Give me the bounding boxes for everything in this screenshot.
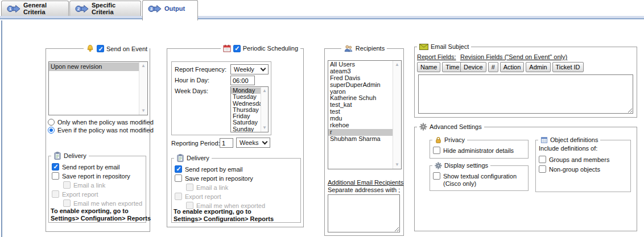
delivery-option-row[interactable]: Export report xyxy=(52,190,142,198)
recipient-item[interactable]: superDuperAdmin xyxy=(328,82,393,89)
scroll-down-icon[interactable]: ▼ xyxy=(262,126,267,130)
recipient-item[interactable]: test xyxy=(328,109,393,115)
week-day-item[interactable]: Sunday xyxy=(231,126,261,132)
checkbox-label: Save report in repository xyxy=(62,173,130,180)
scroll-up-icon[interactable]: ▲ xyxy=(141,64,146,68)
object-definition-option-row[interactable]: Groups and members xyxy=(539,156,609,163)
week-days-listbox[interactable]: MondayTuesdayWednesdayThursdayFridaySatu… xyxy=(230,86,269,132)
week-days-scrollbar[interactable]: ▲ ▼ xyxy=(261,87,268,132)
radio-button[interactable] xyxy=(48,119,55,126)
email-subject-textarea[interactable] xyxy=(418,74,633,114)
send-on-event-title: Send on Event xyxy=(106,45,147,53)
delivery-clipboard-icon xyxy=(53,152,61,160)
radio-button[interactable] xyxy=(48,127,55,134)
send-on-event-checkbox[interactable] xyxy=(97,45,104,52)
checkbox[interactable] xyxy=(175,174,182,182)
recipient-item[interactable]: Fred Davis xyxy=(328,75,393,82)
tab-label: General Criteria xyxy=(23,2,63,15)
checkbox[interactable] xyxy=(175,193,182,200)
revision-field-button[interactable]: Device xyxy=(460,62,486,72)
week-day-item[interactable]: Wednesday xyxy=(231,101,261,107)
checkbox[interactable] xyxy=(52,163,59,171)
reporting-period-unit-select[interactable]: Weeks xyxy=(236,138,270,148)
checkbox[interactable] xyxy=(52,172,59,180)
scroll-up-icon[interactable]: ▲ xyxy=(395,63,399,67)
hour-in-day-input[interactable] xyxy=(230,76,255,85)
report-field-button[interactable]: Time xyxy=(442,62,463,72)
recipient-item[interactable]: r xyxy=(328,129,393,136)
recipient-item[interactable]: rkehoe xyxy=(328,122,393,129)
tab-general-criteria[interactable]: 1 General Criteria xyxy=(1,1,69,16)
delivery-fieldset: Delivery Send report by email Save repor… xyxy=(48,156,146,223)
delivery-option-row[interactable]: Send report by email xyxy=(52,163,142,171)
periodic-scheduling-checkbox[interactable] xyxy=(233,45,241,52)
show-textual-config-row[interactable]: Show textual configuration xyxy=(433,172,517,180)
revision-fields-label: Revision Fields ("Send on Event" only) xyxy=(460,53,567,60)
policy-modified-radio-row[interactable]: Only when the policy was modified xyxy=(48,119,154,126)
show-textual-config-checkbox[interactable] xyxy=(433,172,440,180)
week-day-item[interactable]: Tuesday xyxy=(231,94,261,100)
revision-field-button[interactable]: # xyxy=(488,62,498,72)
checkbox[interactable] xyxy=(52,190,59,198)
report-frequency-select[interactable]: Weekly xyxy=(230,64,269,74)
scroll-down-icon[interactable]: ▼ xyxy=(395,163,399,167)
delivery-option-row[interactable]: Email a link xyxy=(186,184,265,191)
revision-field-button[interactable]: Admin xyxy=(526,62,550,72)
export-note-line2: Settings> Configuration> Reports xyxy=(51,215,151,222)
delivery-option-row[interactable]: Save report in repository xyxy=(175,174,265,182)
hide-admin-details-checkbox[interactable] xyxy=(433,147,440,154)
checkbox[interactable] xyxy=(539,165,546,173)
week-day-item[interactable]: Thursday xyxy=(231,107,261,113)
event-listbox[interactable]: Upon new revision ▲ ▼ xyxy=(48,61,148,115)
export-note-line1: To enable exporting, go to xyxy=(51,207,151,215)
display-settings-title: Display settings xyxy=(444,161,488,169)
checkbox[interactable] xyxy=(175,165,182,173)
checkbox[interactable] xyxy=(186,184,193,191)
revision-field-button[interactable]: Action xyxy=(500,62,525,72)
policy-modified-radio-row[interactable]: Even if the policy was not modified xyxy=(48,127,154,134)
checkbox-label: Non-group objects xyxy=(549,166,600,173)
delivery-option-row[interactable]: Email a link xyxy=(63,181,142,189)
revision-field-button[interactable]: Ticket ID xyxy=(552,62,584,72)
recipient-item[interactable]: ateam3 xyxy=(328,68,393,75)
scroll-down-icon[interactable]: ▼ xyxy=(141,109,146,113)
step-3-arrow-icon: 3 xyxy=(148,5,162,13)
delivery-option-row[interactable]: Email me when exported xyxy=(63,199,142,207)
event-listbox-scrollbar[interactable]: ▲ ▼ xyxy=(139,62,147,115)
tab-label: Specific Criteria xyxy=(92,2,135,15)
checkbox[interactable] xyxy=(63,181,71,189)
gear-icon xyxy=(419,123,427,131)
week-day-item[interactable]: Friday xyxy=(231,113,261,119)
report-fields-label: Report Fields: xyxy=(417,53,456,60)
additional-emails-textarea[interactable] xyxy=(328,194,400,232)
scroll-up-icon[interactable]: ▲ xyxy=(262,89,267,93)
week-day-item[interactable]: Saturday xyxy=(231,119,261,126)
recipient-item[interactable]: Katherine Schuh xyxy=(328,95,393,102)
recipients-listbox[interactable]: All Usersateam3Fred DavissuperDuperAdmin… xyxy=(328,60,402,169)
display-settings-gear-icon xyxy=(435,162,442,169)
week-day-item[interactable]: Monday xyxy=(231,88,261,94)
event-list-item[interactable]: Upon new revision xyxy=(49,63,139,71)
tab-output[interactable]: 3 Output xyxy=(142,0,198,20)
checkbox-label: Send report by email xyxy=(62,164,120,171)
checkbox[interactable] xyxy=(63,199,71,207)
delivery-option-row[interactable]: Send report by email xyxy=(175,165,265,173)
recipient-item[interactable]: All Users xyxy=(328,61,393,68)
report-field-button[interactable]: Name xyxy=(417,62,440,72)
recipient-item[interactable]: Shubham Sharma xyxy=(328,136,393,143)
delivery-option-row[interactable]: Export report xyxy=(175,193,265,200)
recipients-scrollbar[interactable]: ▲ ▼ xyxy=(393,61,401,169)
hide-admin-details-row[interactable]: Hide administrator details xyxy=(433,147,514,154)
reporting-period-input[interactable] xyxy=(220,138,233,148)
step-1-arrow-icon: 1 xyxy=(7,5,20,13)
advanced-settings-title: Advanced Settings xyxy=(430,123,482,131)
recipient-item[interactable]: test_kat xyxy=(328,102,393,109)
delivery-option-row[interactable]: Save report in repository xyxy=(52,172,142,180)
tab-specific-criteria[interactable]: 2 Specific Criteria xyxy=(69,1,141,16)
recipient-item[interactable]: yaron xyxy=(328,89,393,95)
object-definition-option-row[interactable]: Non-group objects xyxy=(539,165,609,173)
periodic-scheduling-title: Periodic Scheduling xyxy=(243,44,298,52)
checkbox[interactable] xyxy=(539,156,546,163)
recipient-item[interactable]: mdu xyxy=(328,115,393,122)
checkbox-label: Email me when exported xyxy=(73,200,142,207)
